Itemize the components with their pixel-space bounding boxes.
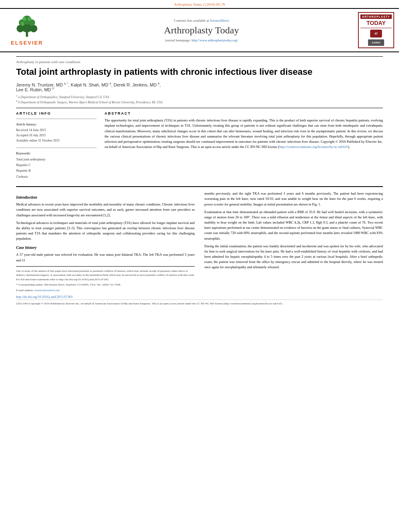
authors-line: Jeremy N. Truntzer, MD a, *, Kalpit N. S…	[16, 82, 383, 92]
history-items: Received 14 June 2015 Accepted 16 July 2…	[16, 128, 97, 143]
right-para-1: months previously, and the right TKA was…	[204, 191, 383, 207]
citation-bar: Arthroplasty Today 2 (2016) 69–76	[0, 0, 399, 8]
badge-aahks: AAHKS	[368, 39, 384, 46]
journal-homepage-link[interactable]: http://www.arthroplastytoday.org/	[191, 38, 238, 42]
main-right: months previously, and the right TKA was…	[204, 191, 383, 294]
footnote-1: * Corresponding author. 300 Pasteur Driv…	[16, 283, 195, 287]
abstract-text: The opportunity for total joint arthropl…	[105, 118, 383, 150]
introduction-para-1: Technological advances in techniques and…	[16, 220, 195, 242]
badge-top-text: ARTHROPLASTY	[360, 14, 392, 19]
doi-link[interactable]: http://dx.doi.org/10.1016/j.artd.2015.07…	[16, 295, 73, 299]
page: Arthroplasty Today 2 (2016) 69–76	[0, 0, 399, 310]
article-info-title: ARTICLE INFO	[16, 111, 97, 115]
svg-point-8	[28, 17, 31, 21]
right-para-3: During the initial examination, the pati…	[204, 244, 383, 270]
content-area: Arthroplasty in patients with rare condi…	[0, 52, 399, 310]
keywords-title: Keywords:	[16, 151, 97, 155]
introduction-para-0: Medical advances in recent years have im…	[16, 202, 195, 218]
main-left: Introduction Medical advances in recent …	[16, 191, 195, 294]
badge-icon: AT	[368, 29, 384, 38]
elsevier-tree-icon	[11, 14, 43, 39]
arthroplasty-badge: ARTHROPLASTY TODAY AT AAHKS	[358, 12, 394, 48]
two-col-main: Introduction Medical advances in recent …	[16, 191, 383, 294]
case-history-heading: Case history	[16, 245, 195, 250]
keyword-1: Hepatitis C	[16, 162, 97, 168]
keyword-3: Cirrhosis	[16, 174, 97, 180]
right-col: ABSTRACT The opportunity for total joint…	[105, 111, 383, 180]
badge-middle-text: TODAY	[366, 20, 385, 26]
svg-point-2	[16, 25, 24, 32]
keyword-0: Total joint arthroplasty	[16, 157, 97, 162]
case-history-para: A 57 year-old male patient was referred …	[16, 252, 195, 263]
journal-logo-right: ARTHROPLASTY TODAY AT AAHKS	[354, 12, 394, 48]
email-link[interactable]: truntzer@stanford.edu	[35, 289, 60, 292]
svg-text:AT: AT	[374, 32, 378, 35]
citation-text: Arthroplasty Today 2 (2016) 69–76	[174, 2, 225, 6]
introduction-heading: Introduction	[16, 195, 195, 199]
article-main-title: Total joint arthroplasty in patients wit…	[16, 66, 383, 78]
cc-license-link[interactable]: http://creativecommons.org/licenses/by-n…	[279, 145, 348, 149]
sciencedirect-line: Contents lists available at ScienceDirec…	[49, 18, 354, 23]
left-col: ARTICLE INFO Article history: Received 1…	[16, 111, 97, 180]
article-section-label: Arthroplasty in patients with rare condi…	[16, 56, 383, 64]
bottom-doi: http://dx.doi.org/10.1016/j.artd.2015.07…	[16, 295, 383, 299]
history-item-2: Available online 31 October 2015	[16, 138, 97, 144]
keywords-items: Total joint arthroplasty Hepatitis C Hep…	[16, 157, 97, 180]
history-item-0: Received 14 June 2015	[16, 128, 97, 133]
footnote-0: One or more of the authors of this paper…	[16, 269, 195, 282]
footnote-area: One or more of the authors of this paper…	[16, 266, 195, 293]
footnote-2: E-mail address: truntzer@stanford.edu	[16, 288, 195, 293]
journal-title: Arthroplasty Today	[49, 25, 354, 36]
copyright-bar: 2352-3441/Copyright © 2016 Published by …	[16, 300, 383, 306]
svg-point-7	[23, 17, 26, 21]
svg-point-3	[30, 25, 37, 32]
journal-center: Contents lists available at ScienceDirec…	[49, 18, 354, 42]
sciencedirect-link[interactable]: ScienceDirect	[210, 18, 229, 23]
article-info-abstract: ARTICLE INFO Article history: Received 1…	[16, 108, 383, 180]
elsevier-logo: ELSEVIER	[5, 14, 49, 46]
elsevier-text: ELSEVIER	[11, 40, 43, 46]
history-title: Article history:	[16, 122, 97, 126]
keyword-2: Hepatitis B	[16, 168, 97, 174]
right-para-2: Examination at that time demonstrated an…	[204, 210, 383, 241]
affiliation-b: b b Department of Orthopaedic Surgery, W…	[16, 100, 383, 104]
journal-header: ELSEVIER Contents lists available at Sci…	[0, 9, 399, 52]
journal-homepage: journal homepage: http://www.arthroplast…	[49, 38, 354, 42]
abstract-title: ABSTRACT	[105, 111, 383, 115]
main-content: Introduction Medical advances in recent …	[16, 186, 383, 306]
affiliations: a a Department of Orthopaedics, Stanford…	[16, 94, 383, 104]
history-item-1: Accepted 16 July 2015	[16, 133, 97, 138]
affiliation-a: a a Department of Orthopaedics, Stanford…	[16, 94, 383, 99]
